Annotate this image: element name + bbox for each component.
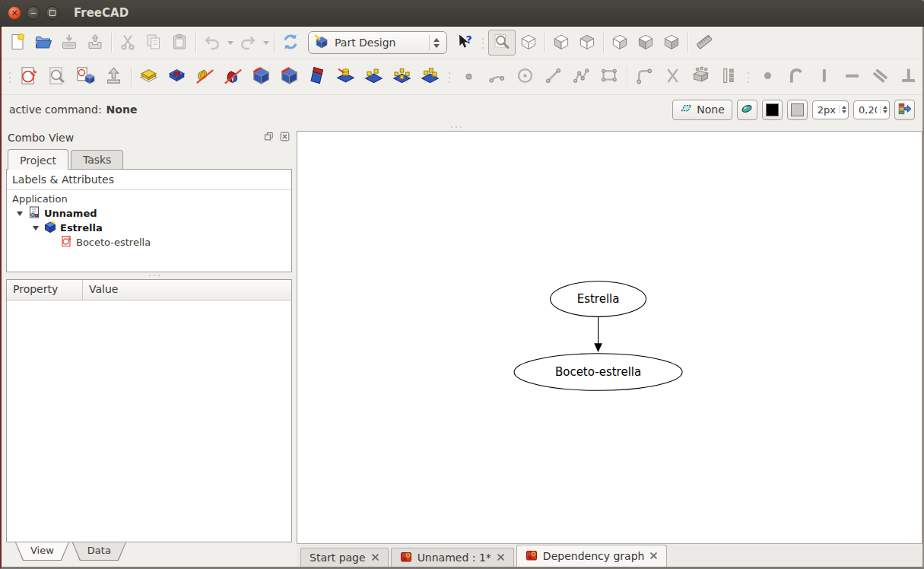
- dependency-graph-view[interactable]: EstrellaBoceto-estrella: [297, 131, 922, 543]
- constraint-perpendicular-button[interactable]: [894, 63, 922, 91]
- tree-item-boceto-estrella[interactable]: Boceto-estrella: [7, 235, 291, 250]
- combo-view-tabs: ProjectTasks: [6, 148, 292, 169]
- toolbar-grip[interactable]: [9, 72, 11, 74]
- constraint-vertical-button[interactable]: [810, 63, 838, 91]
- new-sketch-button[interactable]: [15, 63, 43, 91]
- line-width-spinbox[interactable]: 2px: [812, 100, 849, 119]
- redo-button[interactable]: [235, 30, 261, 55]
- value-column-header[interactable]: Value: [83, 280, 124, 300]
- polar-pattern-button[interactable]: [388, 63, 416, 91]
- pocket-button[interactable]: [163, 63, 191, 91]
- transparency-spinbox[interactable]: 0,20: [853, 100, 890, 119]
- open-folder-button[interactable]: [30, 30, 56, 55]
- whats-this-icon: ?: [456, 33, 474, 53]
- view-right-button[interactable]: [607, 30, 633, 55]
- sketch-arc-icon: [487, 65, 507, 88]
- toolbar-grip[interactable]: [748, 72, 749, 74]
- refresh-button[interactable]: [278, 30, 303, 55]
- mdi-tab-dependency-graph[interactable]: Dependency graph: [516, 545, 668, 567]
- body-icon: [44, 221, 60, 235]
- expander-icon[interactable]: [17, 211, 23, 216]
- workbench-selector[interactable]: Part Design: [308, 31, 447, 54]
- view-front-button[interactable]: [548, 30, 574, 55]
- undo-button[interactable]: [199, 30, 225, 55]
- view-rear-icon: [637, 33, 655, 53]
- chamfer-button[interactable]: [275, 63, 303, 91]
- toolbar-grip[interactable]: [482, 38, 484, 40]
- mdi-tab-start-page[interactable]: Start page: [300, 548, 389, 567]
- window-maximize-button[interactable]: [46, 6, 59, 20]
- draft-button[interactable]: [303, 63, 332, 91]
- tab-project[interactable]: Project: [8, 149, 68, 170]
- expander-icon[interactable]: [33, 226, 39, 230]
- redo-dropdown-button[interactable]: [261, 30, 271, 55]
- constraint-horizontal-button[interactable]: [838, 63, 866, 91]
- spin-arrows-icon[interactable]: [839, 106, 846, 113]
- pad-button[interactable]: [135, 63, 163, 91]
- window-close-button[interactable]: ✕: [8, 6, 21, 20]
- whats-this-button[interactable]: ?: [452, 30, 478, 55]
- print-button[interactable]: [82, 30, 108, 55]
- workbench-spin-arrows-icon[interactable]: [429, 35, 443, 50]
- panel-splitter[interactable]: [6, 272, 292, 279]
- line-color-button[interactable]: [762, 100, 783, 120]
- tab-close-icon[interactable]: [371, 552, 379, 564]
- model-tree: ApplicationUnnamedEstrellaBoceto-estrell…: [7, 190, 291, 272]
- spin-arrows-icon[interactable]: [880, 106, 887, 113]
- highlight-button[interactable]: [737, 100, 757, 120]
- fit-all-button[interactable]: [488, 30, 516, 56]
- constraint-coincident-button[interactable]: [754, 63, 782, 91]
- leave-sketch-button[interactable]: [100, 63, 128, 91]
- color-plot-button[interactable]: [894, 100, 915, 120]
- view-splitter[interactable]: [297, 124, 922, 131]
- face-color-button[interactable]: [787, 100, 808, 120]
- sketch-external-geometry-button[interactable]: [687, 63, 715, 91]
- copy-button[interactable]: [141, 30, 167, 55]
- tab-close-icon[interactable]: [497, 552, 505, 564]
- highlight-icon: [740, 102, 754, 118]
- multitransform-button[interactable]: [416, 63, 444, 91]
- tab-close-icon[interactable]: [649, 550, 658, 562]
- view-rear-button[interactable]: [633, 30, 659, 55]
- mirrored-button[interactable]: [332, 63, 360, 91]
- property-column-header[interactable]: Property: [7, 280, 83, 300]
- save-button[interactable]: [56, 30, 82, 55]
- constraint-parallel-button[interactable]: [866, 63, 894, 91]
- groove-button[interactable]: [219, 63, 247, 91]
- sketch-circle-button[interactable]: [511, 63, 539, 91]
- float-panel-icon[interactable]: [263, 131, 275, 145]
- window-minimize-button[interactable]: −: [27, 6, 40, 20]
- paste-button[interactable]: [167, 30, 192, 55]
- undo-dropdown-button[interactable]: [225, 30, 235, 55]
- tab-data[interactable]: Data: [72, 542, 126, 561]
- view-top-button[interactable]: [574, 30, 600, 55]
- sketch-line-button[interactable]: [539, 63, 567, 91]
- cut-button[interactable]: [115, 30, 141, 55]
- map-sketch-button[interactable]: [71, 63, 100, 91]
- mdi-tab-unnamed-1-[interactable]: Unnamed : 1*: [391, 548, 514, 567]
- selection-style-button[interactable]: None: [672, 100, 732, 120]
- view-axonometric-button[interactable]: [516, 30, 541, 55]
- linear-pattern-button[interactable]: [360, 63, 388, 91]
- sketch-arc-button[interactable]: [483, 63, 511, 91]
- sketch-trim-button[interactable]: [659, 63, 687, 91]
- sketch-point-button[interactable]: [455, 63, 483, 91]
- view-sketch-button[interactable]: [43, 63, 71, 91]
- revolution-button[interactable]: [191, 63, 219, 91]
- sketch-polyline-button[interactable]: [567, 63, 595, 91]
- constraint-tangent-button[interactable]: [782, 63, 810, 91]
- fillet-button[interactable]: [247, 63, 275, 91]
- tree-item-estrella[interactable]: Estrella: [7, 221, 291, 235]
- new-file-button[interactable]: [5, 30, 30, 55]
- tree-item-application[interactable]: Application: [7, 192, 291, 206]
- sketch-rectangle-button[interactable]: [595, 63, 624, 91]
- tab-view[interactable]: View: [15, 542, 69, 561]
- tree-item-unnamed[interactable]: Unnamed: [7, 206, 291, 221]
- measure-distance-button[interactable]: [691, 30, 717, 55]
- view-bottom-button[interactable]: [659, 30, 684, 55]
- close-panel-icon[interactable]: [279, 131, 291, 145]
- sketch-fillet-button[interactable]: [630, 63, 659, 91]
- tab-tasks[interactable]: Tasks: [71, 150, 124, 169]
- sketch-toggle-construction-button[interactable]: [715, 63, 743, 91]
- toolbar-grip[interactable]: [449, 72, 450, 74]
